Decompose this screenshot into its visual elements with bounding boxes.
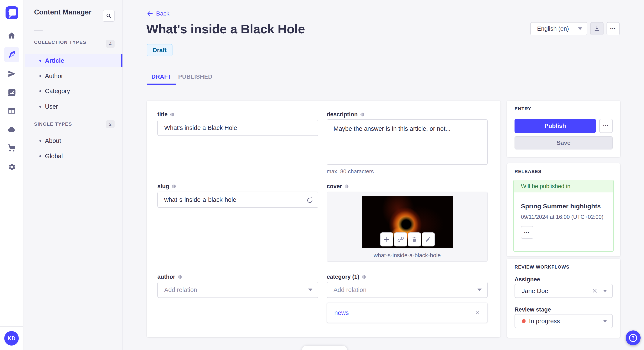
description-hint: max. 80 characters bbox=[327, 168, 374, 175]
chevron-down-icon bbox=[603, 320, 607, 322]
title-field-label: title bbox=[158, 111, 174, 118]
bullet-icon bbox=[40, 155, 41, 157]
asset-action-bar bbox=[380, 232, 435, 246]
globe-icon bbox=[344, 184, 349, 189]
globe-icon bbox=[170, 112, 174, 117]
ellipsis-icon: ••• bbox=[603, 124, 609, 128]
pencil-icon bbox=[425, 236, 431, 242]
releases-panel: RELEASES Will be published in Spring Sum… bbox=[507, 163, 620, 256]
globe-icon bbox=[362, 275, 366, 279]
plus-icon bbox=[384, 236, 390, 243]
status-badge: Draft bbox=[147, 44, 172, 56]
single-types-heading: SINGLE TYPES bbox=[34, 121, 72, 127]
globe-icon bbox=[178, 275, 182, 279]
download-icon bbox=[594, 26, 600, 32]
copy-link-button[interactable] bbox=[394, 232, 407, 246]
category-relation-combobox[interactable]: Add relation bbox=[327, 282, 488, 298]
marketplace-cart-icon[interactable] bbox=[4, 140, 20, 156]
review-stage-combobox[interactable]: In progress bbox=[514, 314, 613, 328]
assignee-combobox[interactable]: Jane Doe bbox=[514, 284, 613, 298]
description-textarea[interactable]: Maybe the answer is in this article, or … bbox=[327, 119, 488, 165]
sidebar-item-article[interactable]: Article bbox=[25, 54, 122, 67]
publish-button[interactable]: Publish bbox=[514, 119, 596, 133]
regenerate-slug-button[interactable] bbox=[306, 196, 314, 205]
search-icon bbox=[106, 13, 112, 18]
category-field-label: category (1) bbox=[327, 274, 366, 280]
settings-gear-icon[interactable] bbox=[4, 159, 20, 175]
home-icon[interactable] bbox=[4, 28, 20, 43]
add-asset-button[interactable] bbox=[380, 232, 393, 246]
tab-draft[interactable]: DRAFT bbox=[147, 70, 176, 83]
remove-relation-icon[interactable] bbox=[475, 310, 480, 315]
media-library-icon[interactable] bbox=[4, 85, 20, 100]
globe-icon bbox=[172, 184, 176, 189]
review-stage-label: Review stage bbox=[514, 306, 551, 313]
review-panel-title: REVIEW WORKFLOWS bbox=[514, 264, 570, 270]
bullet-icon bbox=[40, 60, 41, 62]
link-icon bbox=[398, 236, 404, 243]
ellipsis-icon: ••• bbox=[610, 26, 616, 31]
content-manager-feather-icon[interactable] bbox=[4, 47, 20, 62]
chevron-down-icon bbox=[603, 290, 607, 292]
relation-link-news[interactable]: news bbox=[334, 309, 349, 316]
sidebar-item-author[interactable]: Author bbox=[25, 69, 122, 82]
content-manager-sidebar: Content Manager COLLECTION TYPES 4 Artic… bbox=[24, 0, 123, 350]
send-plane-icon[interactable] bbox=[4, 66, 20, 81]
help-button[interactable]: ? bbox=[626, 331, 640, 345]
bullet-icon bbox=[40, 140, 41, 142]
cover-field-label: cover bbox=[327, 183, 349, 190]
slug-field-label: slug bbox=[158, 183, 176, 190]
strapi-logo-icon[interactable] bbox=[6, 6, 18, 19]
edit-asset-button[interactable] bbox=[422, 232, 435, 246]
header-more-button[interactable]: ••• bbox=[606, 22, 620, 35]
release-status: Will be published in bbox=[514, 180, 613, 192]
delete-asset-button[interactable] bbox=[408, 232, 421, 246]
cover-asset-card: what-s-inside-a-black-hole bbox=[327, 191, 488, 262]
release-date: 09/11/2024 at 16:00 (UTC+02:00) bbox=[521, 214, 604, 220]
back-link[interactable]: Back bbox=[147, 10, 169, 17]
collection-types-count: 4 bbox=[106, 40, 114, 48]
nav-rail: KD bbox=[0, 0, 24, 350]
sidebar-item-category[interactable]: Category bbox=[25, 84, 122, 98]
cover-filename: what-s-inside-a-black-hole bbox=[327, 252, 487, 259]
release-name[interactable]: Spring Summer highlights bbox=[521, 203, 601, 210]
clear-assignee-icon[interactable] bbox=[592, 288, 597, 294]
pagination-pill[interactable] bbox=[302, 346, 347, 350]
locale-select[interactable]: English (en) bbox=[530, 22, 587, 35]
author-relation-combobox[interactable]: Add relation bbox=[158, 282, 318, 298]
save-button[interactable]: Save bbox=[514, 136, 613, 150]
content-type-builder-icon[interactable] bbox=[4, 103, 20, 118]
release-more-button[interactable]: ••• bbox=[521, 226, 533, 239]
globe-icon bbox=[360, 112, 364, 117]
sidebar-item-global[interactable]: Global bbox=[25, 150, 122, 163]
chevron-down-icon bbox=[578, 27, 582, 30]
review-workflows-panel: REVIEW WORKFLOWS Assignee Jane Doe Revie… bbox=[507, 259, 620, 338]
sidebar-item-about[interactable]: About bbox=[25, 134, 122, 147]
sidebar-title: Content Manager bbox=[34, 8, 92, 16]
chevron-down-icon bbox=[308, 289, 312, 291]
stage-status-dot bbox=[522, 319, 526, 323]
category-relation-item: news bbox=[327, 303, 488, 323]
title-input[interactable] bbox=[158, 120, 318, 136]
entry-panel: ENTRY Publish ••• Save bbox=[507, 101, 620, 157]
sidebar-item-user[interactable]: User bbox=[25, 100, 122, 113]
entry-panel-title: ENTRY bbox=[514, 106, 531, 112]
sidebar-divider bbox=[34, 30, 42, 31]
user-avatar[interactable]: KD bbox=[4, 331, 19, 346]
description-field-label: description bbox=[327, 111, 364, 118]
slug-input[interactable] bbox=[158, 191, 318, 208]
single-types-count: 2 bbox=[106, 120, 114, 128]
bullet-icon bbox=[40, 90, 41, 92]
author-field-label: author bbox=[158, 274, 182, 280]
search-button[interactable] bbox=[103, 10, 114, 22]
active-tab-indicator bbox=[147, 84, 176, 85]
release-card: Will be published in Spring Summer highl… bbox=[513, 180, 614, 252]
download-button[interactable] bbox=[590, 22, 604, 35]
chevron-down-icon bbox=[478, 289, 482, 291]
arrow-left-icon bbox=[147, 10, 153, 17]
releases-panel-title: RELEASES bbox=[514, 169, 542, 174]
bullet-icon bbox=[40, 75, 41, 77]
entry-more-button[interactable]: ••• bbox=[599, 119, 613, 133]
cloud-icon[interactable] bbox=[4, 122, 20, 137]
tab-published[interactable]: PUBLISHED bbox=[176, 70, 214, 83]
